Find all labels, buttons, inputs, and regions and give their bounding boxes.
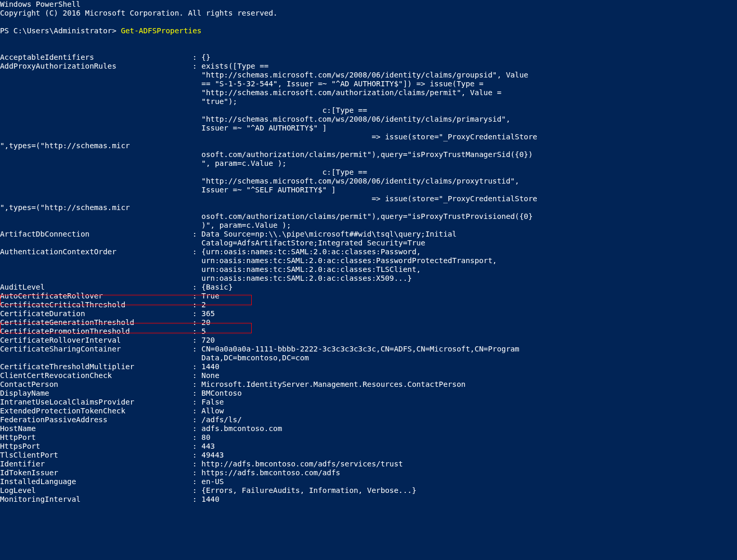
header-copyright: Copyright (C) 2016 Microsoft Corporation… — [0, 9, 278, 17]
header-title: Windows PowerShell — [0, 0, 81, 8]
prompt-prefix: PS C:\Users\Administrator> — [0, 27, 121, 35]
output-body: AcceptableIdentifiers : {} AddProxyAutho… — [0, 53, 537, 503]
powershell-terminal[interactable]: Windows PowerShell Copyright (C) 2016 Mi… — [0, 0, 737, 560]
prompt-command[interactable]: Get-ADFSProperties — [121, 27, 201, 35]
terminal-output: Windows PowerShell Copyright (C) 2016 Mi… — [0, 0, 737, 504]
